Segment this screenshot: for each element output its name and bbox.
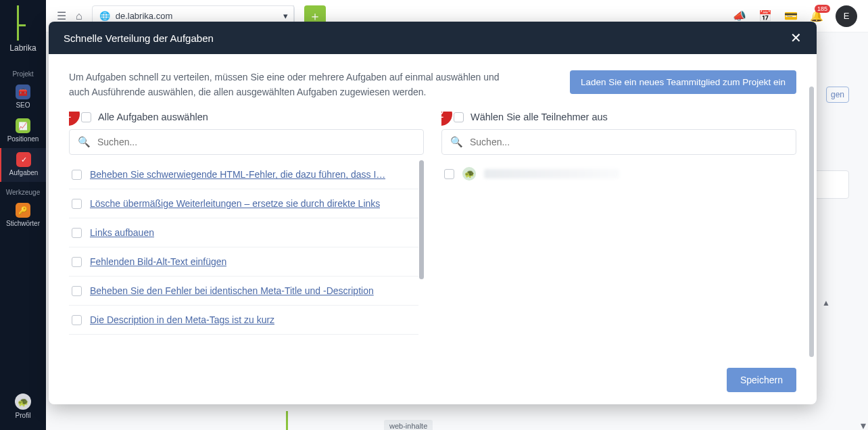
scrollbar[interactable] [419, 160, 424, 279]
task-checkbox[interactable] [72, 315, 82, 325]
task-row[interactable]: Die Description in den Meta-Tags ist zu … [69, 306, 418, 335]
task-link[interactable]: Links aufbauen [90, 227, 154, 238]
modal-header: Schnelle Verteilung der Aufgaben ✕ [49, 22, 817, 54]
participants-column-title: Wählen Sie alle Teilnehmer aus [471, 112, 608, 122]
participant-checkbox[interactable] [444, 169, 454, 179]
save-button[interactable]: Speichern [727, 368, 796, 392]
step-badge-2: 2 [441, 112, 452, 126]
select-all-participants-checkbox[interactable] [454, 112, 464, 122]
participant-avatar-icon: 🐢 [462, 167, 476, 181]
task-row[interactable]: Lösche übermäßige Weiterleitungen – erse… [69, 189, 418, 218]
task-row[interactable]: Fehlenden Bild-Alt-Text einfügen [69, 247, 418, 277]
tasks-search-input[interactable] [97, 137, 415, 147]
tasks-list: Beheben Sie schwerwiegende HTML-Fehler, … [69, 160, 424, 353]
participant-name [484, 169, 619, 178]
step-badge-1: 1 [69, 112, 80, 126]
modal-title: Schnelle Verteilung der Aufgaben [64, 32, 214, 44]
task-row[interactable]: Beheben Sie den Fehler bei identischen M… [69, 277, 418, 306]
modal-description: Um Aufgaben schnell zu verteilen, müssen… [69, 70, 502, 99]
tasks-column: 1 Alle Aufgaben auswählen 🔍 Beheben Sie … [69, 112, 424, 353]
participants-column: 2 Wählen Sie alle Teilnehmer aus 🔍 🐢 [441, 112, 796, 353]
task-link[interactable]: Lösche übermäßige Weiterleitungen – erse… [90, 198, 380, 209]
participant-row[interactable]: 🐢 [441, 160, 796, 187]
task-checkbox[interactable] [72, 286, 82, 296]
task-checkbox[interactable] [72, 257, 82, 267]
close-icon[interactable]: ✕ [790, 30, 802, 46]
participants-list: 🐢 [441, 160, 796, 353]
tasks-column-title: Alle Aufgaben auswählen [98, 112, 208, 122]
participants-search[interactable]: 🔍 [441, 129, 796, 155]
task-link[interactable]: Die Description in den Meta-Tags ist zu … [90, 314, 274, 325]
modal: Schnelle Verteilung der Aufgaben ✕ Um Au… [49, 22, 817, 404]
search-icon: 🔍 [450, 136, 463, 148]
task-link[interactable]: Fehlenden Bild-Alt-Text einfügen [90, 256, 226, 267]
task-link[interactable]: Beheben Sie den Fehler bei identischen M… [90, 285, 374, 296]
task-row[interactable]: Links aufbauen [69, 218, 418, 247]
modal-overlay: Schnelle Verteilung der Aufgaben ✕ Um Au… [0, 0, 868, 430]
task-row[interactable]: Beheben Sie schwerwiegende HTML-Fehler, … [69, 160, 418, 189]
search-icon: 🔍 [78, 136, 91, 148]
task-link[interactable]: Beheben Sie schwerwiegende HTML-Fehler, … [90, 169, 385, 180]
tasks-search[interactable]: 🔍 [69, 129, 424, 155]
modal-footer: Speichern [49, 360, 817, 404]
select-all-tasks-checkbox[interactable] [81, 112, 91, 122]
task-checkbox[interactable] [72, 170, 82, 180]
modal-body: Um Aufgaben schnell zu verteilen, müssen… [49, 54, 817, 360]
task-checkbox[interactable] [72, 199, 82, 209]
task-checkbox[interactable] [72, 228, 82, 238]
participants-search-input[interactable] [470, 137, 788, 147]
modal-scrollbar[interactable] [809, 87, 814, 357]
invite-button[interactable]: Laden Sie ein neues Teammitglied zum Pro… [570, 70, 796, 94]
